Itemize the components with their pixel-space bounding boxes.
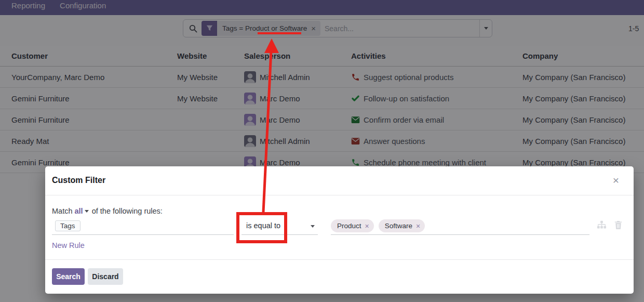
match-suffix: of the following rules: bbox=[92, 207, 163, 215]
new-rule-link[interactable]: New Rule bbox=[52, 241, 85, 250]
rule-field-badge[interactable]: Tags bbox=[55, 220, 81, 231]
match-all-dropdown[interactable]: all bbox=[75, 207, 83, 215]
discard-button[interactable]: Discard bbox=[88, 268, 123, 285]
add-branch-icon[interactable] bbox=[597, 220, 607, 229]
rule-field-input[interactable]: Tags bbox=[52, 217, 234, 235]
match-prefix: Match bbox=[52, 207, 73, 215]
dialog-title: Custom Filter bbox=[52, 176, 105, 185]
remove-tag-icon[interactable]: × bbox=[416, 222, 420, 230]
match-rule-line: Match all of the following rules: bbox=[52, 207, 163, 215]
value-tag-label: Product bbox=[337, 222, 361, 230]
annotation-highlight-box bbox=[236, 212, 287, 243]
dialog-footer: Search Discard bbox=[45, 259, 634, 293]
dialog-body: Match all of the following rules: Tags i… bbox=[45, 195, 634, 259]
search-button[interactable]: Search bbox=[52, 268, 85, 285]
value-tag-product: Product × bbox=[331, 219, 374, 232]
chevron-down-icon bbox=[311, 225, 315, 228]
annotation-underline bbox=[258, 32, 301, 34]
value-tag-software: Software × bbox=[379, 219, 425, 232]
chevron-down-icon bbox=[85, 210, 89, 213]
rule-value-input[interactable]: Product × Software × bbox=[331, 217, 589, 235]
remove-tag-icon[interactable]: × bbox=[365, 222, 369, 230]
custom-filter-dialog: Custom Filter × Match all of the followi… bbox=[45, 166, 634, 294]
dialog-header: Custom Filter × bbox=[45, 166, 634, 195]
close-icon[interactable]: × bbox=[613, 175, 619, 186]
rule-actions bbox=[597, 220, 622, 229]
delete-rule-icon[interactable] bbox=[614, 220, 622, 229]
value-tag-label: Software bbox=[385, 222, 412, 230]
